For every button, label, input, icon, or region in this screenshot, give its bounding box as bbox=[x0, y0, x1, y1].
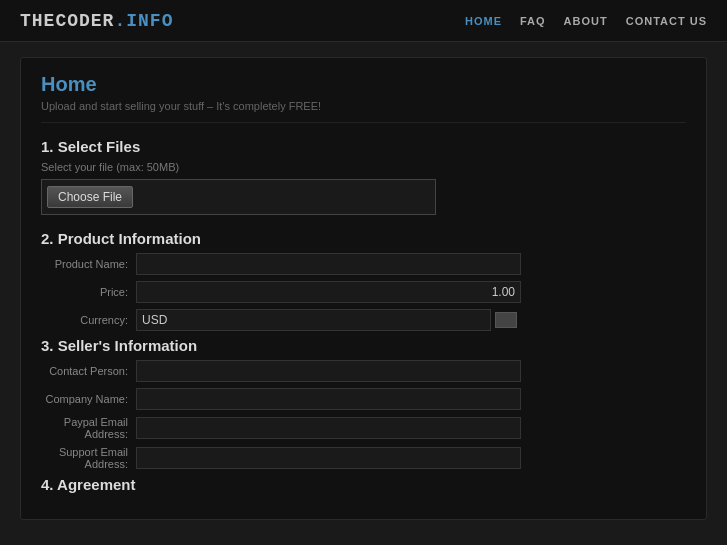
product-name-input[interactable] bbox=[136, 253, 521, 275]
currency-label: Currency: bbox=[41, 314, 136, 326]
company-name-label: Company Name: bbox=[41, 393, 136, 405]
section-product-heading: 2. Product Information bbox=[41, 230, 686, 247]
logo: THECODER.INFO bbox=[20, 11, 173, 31]
currency-input[interactable] bbox=[136, 309, 491, 331]
section-agreement: 4. Agreement bbox=[41, 476, 686, 493]
section-files-label: Select your file (max: 50MB) bbox=[41, 161, 686, 173]
support-email-row: Support Email Address: bbox=[41, 446, 686, 470]
nav-item-about[interactable]: ABOUT bbox=[564, 15, 608, 27]
content-box: Home Upload and start selling your stuff… bbox=[20, 57, 707, 520]
main: Home Upload and start selling your stuff… bbox=[0, 42, 727, 535]
contact-person-label: Contact Person: bbox=[41, 365, 136, 377]
logo-suffix: .INFO bbox=[114, 11, 173, 31]
header: THECODER.INFO HOME FAQ ABOUT CONTACT US bbox=[0, 0, 727, 42]
support-email-input[interactable] bbox=[136, 447, 521, 469]
section-seller-heading: 3. Seller's Information bbox=[41, 337, 686, 354]
price-row: Price: bbox=[41, 281, 686, 303]
section-agreement-heading: 4. Agreement bbox=[41, 476, 686, 493]
company-name-input[interactable] bbox=[136, 388, 521, 410]
section-files: 1. Select Files Select your file (max: 5… bbox=[41, 138, 686, 215]
paypal-email-row: Paypal Email Address: bbox=[41, 416, 686, 440]
page-subtitle: Upload and start selling your stuff – It… bbox=[41, 100, 686, 123]
product-name-label: Product Name: bbox=[41, 258, 136, 270]
contact-person-input[interactable] bbox=[136, 360, 521, 382]
contact-person-row: Contact Person: bbox=[41, 360, 686, 382]
paypal-email-input[interactable] bbox=[136, 417, 521, 439]
company-name-row: Company Name: bbox=[41, 388, 686, 410]
section-product: 2. Product Information Product Name: Pri… bbox=[41, 230, 686, 331]
section-files-heading: 1. Select Files bbox=[41, 138, 686, 155]
paypal-email-label: Paypal Email Address: bbox=[41, 416, 136, 440]
price-label: Price: bbox=[41, 286, 136, 298]
product-name-row: Product Name: bbox=[41, 253, 686, 275]
nav-item-home[interactable]: HOME bbox=[465, 15, 502, 27]
support-email-label: Support Email Address: bbox=[41, 446, 136, 470]
page-title: Home bbox=[41, 73, 686, 96]
section-seller: 3. Seller's Information Contact Person: … bbox=[41, 337, 686, 470]
logo-text: THECODER bbox=[20, 11, 114, 31]
nav: HOME FAQ ABOUT CONTACT US bbox=[465, 15, 707, 27]
price-input[interactable] bbox=[136, 281, 521, 303]
nav-item-faq[interactable]: FAQ bbox=[520, 15, 546, 27]
choose-file-button[interactable]: Choose File bbox=[47, 186, 133, 208]
file-input-wrapper: Choose File bbox=[41, 179, 436, 215]
nav-item-contact[interactable]: CONTACT US bbox=[626, 15, 707, 27]
currency-flag-icon bbox=[495, 312, 517, 328]
currency-row: Currency: bbox=[41, 309, 686, 331]
